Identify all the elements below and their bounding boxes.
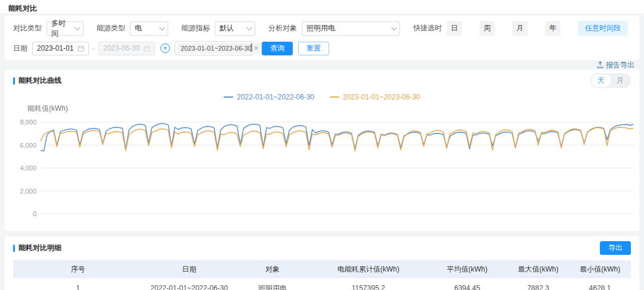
line-chart[interactable]: 02,0004,0006,0008,000 (13, 115, 640, 226)
chevron-down-icon (391, 24, 397, 30)
detail-table: 序号 日期 对象 电能耗累计值(kWh) 平均值(kWh) 最大值(kWh) 最… (13, 260, 631, 290)
date-label: 日期 (13, 43, 27, 54)
report-export-link[interactable]: 报告导出 (597, 60, 634, 70)
range-tag-box: 2023-01-01~2023-06-30 × (175, 41, 253, 55)
col-date: 日期 (143, 260, 236, 278)
filter-row-2: 日期 2023-01-01 - 2023-06-30 + 2023-01-01~… (13, 41, 631, 55)
analysis-object-select[interactable]: 照明用电 (302, 21, 400, 36)
analysis-object-label: 分析对象 (268, 23, 297, 33)
compare-type-select[interactable]: 多时间 (47, 21, 83, 36)
granularity-month-button[interactable]: 月 (611, 74, 630, 87)
energy-type-select[interactable]: 电 (130, 21, 168, 36)
legend-item-2023[interactable]: 2023-01-01~2023-06-30 (330, 93, 420, 101)
compare-type-label: 对比类型 (13, 23, 42, 33)
export-button[interactable]: 导出 (600, 241, 631, 255)
query-button[interactable]: 查询 (262, 42, 293, 55)
filter-row-1: 对比类型 多时间 能源类型 电 能源指标 默认 分析对象 照明用电 快捷选时 日… (13, 21, 631, 36)
reset-button[interactable]: 重置 (298, 42, 329, 55)
svg-text:2,000: 2,000 (20, 188, 36, 195)
table-section-head: 能耗对比明细 导出 (13, 241, 631, 255)
col-min: 最小值(kWh) (569, 260, 631, 278)
quick-select-year-button[interactable]: 年 (545, 21, 561, 36)
granularity-toggle: 天 月 (590, 73, 631, 88)
col-object: 对象 (236, 260, 309, 278)
y-axis-label: 能耗值(kWh) (27, 104, 631, 114)
svg-text:4,000: 4,000 (20, 164, 36, 171)
table-panel: 能耗对比明细 导出 序号 日期 对象 电能耗累计值(kWh) 平均值(kWh) … (5, 236, 639, 290)
svg-text:8,000: 8,000 (20, 119, 36, 126)
quick-select-label: 快捷选时 (413, 23, 442, 33)
start-date-input[interactable]: 2023-01-01 (32, 42, 89, 55)
chevron-down-icon (246, 24, 252, 30)
col-total: 电能耗累计值(kWh) (309, 260, 427, 278)
tag-close-icon[interactable]: × (254, 44, 258, 52)
legend-dash-icon (330, 96, 339, 98)
energy-type-label: 能源类型 (97, 23, 125, 33)
energy-metric-select[interactable]: 默认 (215, 21, 255, 36)
range-tag-chip: 2023-01-01~2023-06-30 × (178, 43, 261, 54)
add-range-plus-icon[interactable]: + (160, 43, 170, 53)
tag-box-scrollbar[interactable] (250, 43, 252, 52)
date-range-separator: - (92, 44, 95, 52)
svg-text:6,000: 6,000 (20, 142, 36, 149)
quick-select-month-button[interactable]: 月 (512, 21, 528, 36)
chevron-down-icon (159, 24, 165, 30)
granularity-day-button[interactable]: 天 (592, 74, 611, 87)
chart-section-title: 能耗对比曲线 (13, 76, 61, 86)
col-index: 序号 (13, 260, 143, 278)
svg-text:0: 0 (33, 210, 36, 217)
table-row[interactable]: 1 2022-01-01~2022-06-30 照明用电 1157395.2 6… (13, 278, 631, 290)
filter-panel: 对比类型 多时间 能源类型 电 能源指标 默认 分析对象 照明用电 快捷选时 日… (5, 15, 639, 60)
table-section-title: 能耗对比明细 (13, 243, 61, 253)
energy-metric-label: 能源指标 (181, 23, 210, 33)
report-export-row: 报告导出 (0, 60, 644, 70)
col-max: 最大值(kWh) (507, 260, 569, 278)
chart-legend: 2022-01-01~2022-06-30 2023-01-01~2023-06… (13, 93, 631, 101)
section-bar-icon (13, 77, 15, 85)
chart-section-head: 能耗对比曲线 天 月 (13, 73, 631, 88)
page-title: 能耗对比 (0, 0, 644, 14)
col-average: 平均值(kWh) (427, 260, 507, 278)
table-header-row: 序号 日期 对象 电能耗累计值(kWh) 平均值(kWh) 最大值(kWh) 最… (13, 260, 631, 278)
calendar-icon (144, 45, 150, 52)
section-gap (0, 231, 644, 236)
section-bar-icon (13, 245, 15, 252)
chart-panel: 能耗对比曲线 天 月 2022-01-01~2022-06-30 2023-01… (5, 70, 639, 231)
chevron-down-icon (75, 24, 80, 30)
legend-dash-icon (224, 96, 233, 98)
quick-select-day-button[interactable]: 日 (447, 21, 462, 36)
custom-range-button[interactable]: 任意时间段 (578, 21, 628, 36)
end-date-input[interactable]: 2023-06-30 (98, 42, 155, 55)
calendar-icon (78, 45, 84, 52)
export-icon (597, 61, 603, 68)
legend-item-2022[interactable]: 2022-01-01~2022-06-30 (224, 93, 314, 101)
quick-select-week-button[interactable]: 周 (479, 21, 495, 36)
